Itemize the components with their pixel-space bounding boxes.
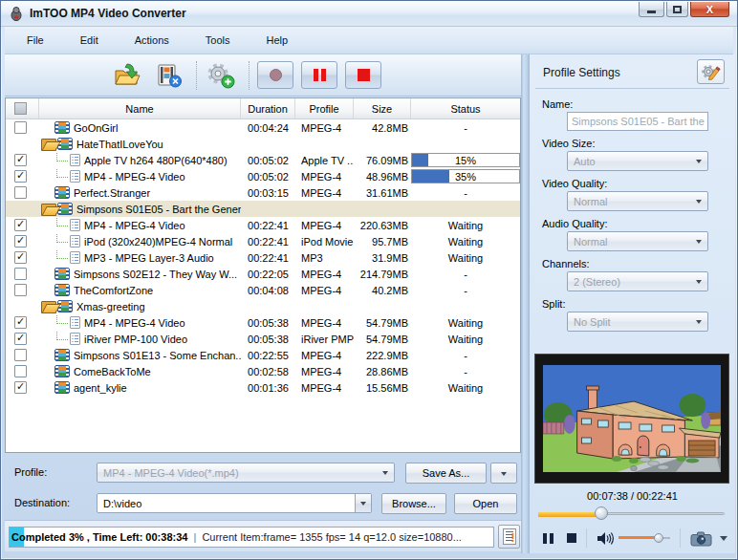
table-row[interactable]: Apple TV h264 480P(640*480)00:05:02Apple… — [6, 152, 520, 168]
snapshot-button[interactable] — [690, 530, 712, 547]
row-name-cell: Xmas-greeting — [39, 298, 241, 314]
table-row[interactable]: MP4 - MPEG-4 Video00:05:02MPEG-448.96MB3… — [6, 168, 520, 184]
table-row[interactable]: GoOnGirl00:04:24MPEG-442.8MB- — [6, 119, 520, 136]
minimize-button[interactable] — [639, 2, 664, 17]
volume-button[interactable] — [597, 531, 615, 546]
row-checkbox[interactable] — [14, 251, 27, 264]
status-field: Completed 3% , Time Left: 00:38:34 | Cur… — [9, 527, 494, 548]
pause-encoding-button[interactable] — [301, 61, 337, 89]
film-icon — [57, 203, 73, 215]
controls-separator — [586, 528, 587, 548]
save-as-dropdown-button[interactable] — [490, 463, 517, 484]
column-header-name[interactable]: Name — [39, 98, 241, 118]
item-size: 222.9MB — [354, 347, 411, 363]
profile-name-input[interactable]: Simpsons S01E05 - Bart the G — [567, 112, 708, 131]
splitter[interactable] — [521, 54, 530, 553]
row-name-cell: Apple TV h264 480P(640*480) — [39, 152, 241, 168]
log-button[interactable] — [498, 525, 520, 549]
row-name-cell: Simpsons S01E05 - Bart the General — [39, 201, 241, 217]
row-checkbox[interactable] — [14, 121, 27, 134]
add-files-button[interactable] — [112, 60, 144, 91]
audio-quality-select[interactable]: Normal — [567, 231, 708, 251]
table-row[interactable]: MP4 - MPEG-4 Video00:22:41MPEG-4220.63MB… — [6, 217, 520, 233]
table-row[interactable]: Perfect.Stranger00:03:15MPEG-431.61MB- — [6, 184, 520, 201]
column-header-check[interactable] — [6, 98, 39, 118]
item-profile: MPEG-4 — [295, 168, 354, 184]
column-header-size[interactable]: Size — [354, 98, 411, 118]
add-profile-button[interactable] — [205, 60, 237, 91]
record-button[interactable] — [257, 61, 293, 89]
destination-combo[interactable]: D:\video — [97, 493, 372, 513]
item-name: MP4 - MPEG-4 Video — [84, 220, 185, 231]
video-size-select[interactable]: Auto — [567, 151, 708, 171]
row-checkbox[interactable] — [14, 154, 27, 166]
profile-label: Profile: — [14, 466, 47, 478]
item-size: 40.2MB — [354, 282, 411, 298]
table-row[interactable]: HateThatILoveYou — [6, 136, 520, 152]
title-bar[interactable]: ImTOO MP4 Video Converter X — [1, 1, 737, 27]
video-quality-label: Video Quality: — [542, 178, 735, 189]
row-checkbox[interactable] — [14, 365, 27, 377]
browse-button[interactable]: Browse... — [381, 493, 446, 514]
row-checkbox[interactable] — [14, 235, 27, 248]
row-checkbox[interactable] — [14, 186, 27, 199]
folder-open-icon — [41, 138, 57, 150]
stop-encoding-button[interactable] — [345, 61, 381, 89]
row-check-cell — [6, 201, 39, 217]
volume-slider[interactable] — [619, 532, 670, 544]
table-row[interactable]: Simpsons S02E12 - They Way W...00:22:05M… — [6, 266, 520, 282]
row-checkbox[interactable] — [14, 284, 27, 296]
remove-file-button[interactable] — [152, 60, 184, 91]
destination-value: D:\video — [98, 498, 355, 509]
row-checkbox[interactable] — [14, 349, 27, 361]
column-header-profile[interactable]: Profile — [295, 98, 354, 118]
close-button[interactable]: X — [690, 2, 729, 17]
item-name: MP3 - MPEG Layer-3 Audio — [84, 252, 214, 264]
volume-thumb[interactable] — [654, 533, 663, 543]
table-row[interactable]: ComeBackToMe00:02:58MPEG-428.86MB- — [6, 363, 520, 379]
maximize-button[interactable] — [666, 2, 688, 17]
table-row[interactable]: MP3 - MPEG Layer-3 Audio00:22:41MP331.9M… — [6, 249, 520, 266]
row-checkbox[interactable] — [14, 333, 27, 345]
row-check-cell — [6, 249, 39, 266]
edit-profile-button[interactable] — [697, 59, 725, 84]
seek-thumb[interactable] — [595, 506, 608, 520]
column-header-status[interactable]: Status — [411, 98, 520, 118]
select-all-checkbox[interactable] — [14, 102, 27, 115]
table-row[interactable]: MP4 - MPEG-4 Video00:05:38MPEG-454.79MBW… — [6, 314, 520, 331]
seek-slider[interactable] — [538, 507, 725, 521]
snapshot-dropdown-icon[interactable] — [720, 536, 727, 545]
table-row[interactable]: Xmas-greeting — [6, 298, 520, 314]
row-checkbox[interactable] — [14, 381, 27, 394]
table-row[interactable]: iRiver PMP-100 Video00:05:38iRiver PMP54… — [6, 331, 520, 347]
row-checkbox[interactable] — [14, 316, 27, 329]
row-name-cell: MP3 - MPEG Layer-3 Audio — [39, 249, 241, 266]
open-button[interactable]: Open — [454, 493, 517, 514]
column-header-duration[interactable]: Duration — [241, 98, 295, 118]
destination-dropdown-button[interactable] — [355, 494, 371, 512]
table-row[interactable]: iPod (320x240)MPEG-4 Normal00:22:41iPod … — [6, 233, 520, 249]
profile-doc-icon — [70, 333, 80, 345]
preview-stop-button[interactable] — [567, 533, 576, 543]
item-duration: 00:01:36 — [241, 379, 295, 396]
preview-pause-button[interactable] — [543, 533, 554, 544]
split-select[interactable]: No Split — [567, 312, 708, 332]
row-checkbox[interactable] — [14, 268, 27, 280]
item-duration: 00:22:41 — [241, 217, 295, 233]
menu-item-edit[interactable]: Edit — [68, 31, 111, 50]
row-checkbox[interactable] — [14, 219, 27, 231]
table-row[interactable]: TheComfortZone00:04:08MPEG-440.2MB- — [6, 282, 520, 298]
row-checkbox[interactable] — [14, 170, 27, 183]
menu-item-help[interactable]: Help — [253, 31, 300, 50]
video-quality-select[interactable]: Normal — [567, 191, 708, 211]
channels-select[interactable]: 2 (Stereo) — [567, 271, 708, 291]
menu-item-file[interactable]: File — [14, 31, 56, 50]
profile-select[interactable]: MP4 - MPEG-4 Video(*.mp4) — [97, 463, 395, 483]
table-row[interactable]: agent_kylie00:01:36MPEG-415.56MBWaiting — [6, 379, 520, 396]
item-profile: MPEG-4 — [295, 184, 354, 201]
menu-item-actions[interactable]: Actions — [122, 31, 182, 50]
table-row[interactable]: Simpsons S01E05 - Bart the General — [6, 201, 520, 217]
menu-item-tools[interactable]: Tools — [193, 31, 243, 50]
save-as-button[interactable]: Save As... — [405, 463, 487, 484]
table-row[interactable]: Simpsons S01E13 - Some Enchan...00:22:55… — [6, 347, 520, 363]
